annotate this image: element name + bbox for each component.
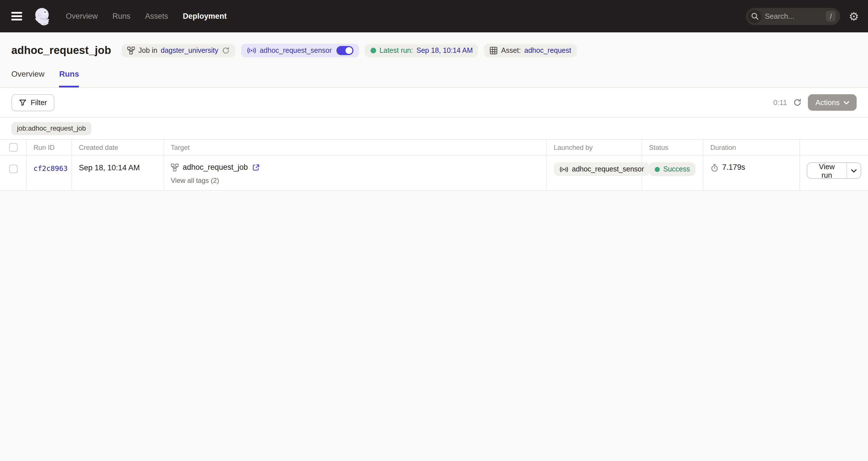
dagster-logo-icon[interactable]	[33, 6, 52, 26]
stopwatch-icon	[710, 163, 719, 172]
job-filter-token[interactable]: job:adhoc_request_job	[11, 122, 92, 135]
view-run-button[interactable]: View run	[807, 163, 847, 178]
view-all-tags-link[interactable]: View all tags (2)	[171, 177, 539, 184]
app-window: Overview Runs Assets Deployment / ⚙ adho…	[0, 0, 868, 461]
job-chip-prefix: Job in	[138, 47, 157, 55]
row-checkbox[interactable]	[9, 165, 17, 173]
top-navbar: Overview Runs Assets Deployment / ⚙	[0, 0, 868, 32]
column-header-actions	[800, 140, 868, 155]
duration-value: 7.179s	[722, 163, 745, 171]
duration-cell: 7.179s	[704, 155, 800, 190]
nav-item-assets[interactable]: Assets	[145, 12, 168, 21]
tab-overview[interactable]: Overview	[11, 61, 44, 87]
code-location-link[interactable]: dagster_university	[161, 47, 218, 55]
active-filters-row: job:adhoc_request_job	[0, 117, 868, 139]
main-nav: Overview Runs Assets Deployment	[66, 12, 227, 21]
latest-run-prefix: Latest run:	[379, 47, 413, 55]
global-search[interactable]: /	[746, 8, 840, 25]
latest-run-link[interactable]: Sep 18, 10:14 AM	[416, 47, 473, 55]
nav-item-runs[interactable]: Runs	[113, 12, 130, 21]
refresh-icon[interactable]	[794, 98, 802, 107]
actions-button-label: Actions	[815, 98, 840, 107]
nav-item-overview[interactable]: Overview	[66, 12, 98, 21]
row-actions-cell: View run	[800, 155, 868, 190]
column-header-target: Target	[164, 140, 547, 155]
column-header-launched-by: Launched by	[547, 140, 642, 155]
settings-gear-icon[interactable]: ⚙	[849, 10, 859, 22]
sensor-chip: adhoc_request_sensor	[241, 44, 359, 57]
target-job-link[interactable]: adhoc_request_job	[183, 163, 248, 171]
job-location-chip: Job in dagster_university	[121, 44, 236, 57]
page-header: adhoc_request_job Job in dagster_univers…	[0, 32, 868, 61]
view-run-split-button: View run	[807, 162, 861, 179]
launched-by-sensor-pill[interactable]: adhoc_request_sensor	[554, 162, 650, 176]
toolbar-right-group: 0:11 Actions	[773, 94, 857, 111]
search-input[interactable]	[761, 12, 826, 21]
search-icon	[748, 9, 761, 23]
target-cell: adhoc_request_job View all tags (2)	[164, 155, 547, 190]
latest-run-status-dot	[370, 48, 376, 53]
tab-runs[interactable]: Runs	[59, 61, 79, 87]
run-id-link[interactable]: cf2c8963	[33, 164, 67, 173]
hamburger-menu-icon[interactable]	[11, 12, 25, 20]
filter-button-label: Filter	[31, 98, 47, 107]
column-header-created-date: Created date	[72, 140, 164, 155]
runs-table: Run ID Created date Target Launched by S…	[0, 139, 868, 191]
funnel-icon	[19, 98, 27, 107]
sensor-icon	[559, 166, 568, 172]
job-icon	[171, 163, 179, 171]
column-header-run-id: Run ID	[27, 140, 72, 155]
actions-button[interactable]: Actions	[808, 94, 857, 111]
asset-link[interactable]: adhoc_request	[524, 47, 571, 55]
empty-page-area	[0, 191, 868, 461]
asset-chip-prefix: Asset:	[501, 47, 521, 55]
latest-run-chip: Latest run: Sep 18, 10:14 AM	[365, 44, 478, 57]
sensor-link[interactable]: adhoc_request_sensor	[259, 47, 332, 55]
search-shortcut-badge: /	[826, 11, 836, 22]
column-header-duration: Duration	[704, 140, 800, 155]
external-link-icon[interactable]	[252, 163, 260, 171]
filter-button[interactable]: Filter	[11, 94, 55, 111]
sensor-toggle[interactable]	[336, 46, 353, 55]
created-date-cell: Sep 18, 10:14 AM	[72, 155, 164, 190]
status-label: Success	[663, 165, 690, 173]
asset-chip: Asset: adhoc_request	[484, 44, 577, 57]
asset-grid-icon	[490, 47, 498, 55]
status-cell: Success	[642, 155, 704, 190]
page-title: adhoc_request_job	[11, 44, 111, 57]
table-header-row: Run ID Created date Target Launched by S…	[0, 139, 868, 155]
table-row: cf2c8963 Sep 18, 10:14 AM adhoc_request_…	[0, 155, 868, 191]
reload-location-icon[interactable]	[221, 47, 229, 55]
column-header-status: Status	[642, 140, 704, 155]
sensor-icon	[247, 47, 256, 54]
chevron-down-icon	[844, 101, 849, 104]
launched-by-label: adhoc_request_sensor	[572, 165, 644, 173]
refresh-countdown: 0:11	[773, 98, 787, 107]
runs-toolbar: Filter 0:11 Actions	[0, 88, 868, 117]
nav-item-deployment[interactable]: Deployment	[183, 12, 227, 21]
view-run-caret-button[interactable]	[847, 163, 861, 178]
select-all-checkbox[interactable]	[9, 143, 17, 151]
success-dot-icon	[655, 167, 660, 172]
status-badge: Success	[649, 162, 696, 176]
page-tabs: Overview Runs	[0, 61, 868, 88]
launched-by-cell: adhoc_request_sensor	[547, 155, 642, 190]
job-icon	[127, 47, 135, 55]
